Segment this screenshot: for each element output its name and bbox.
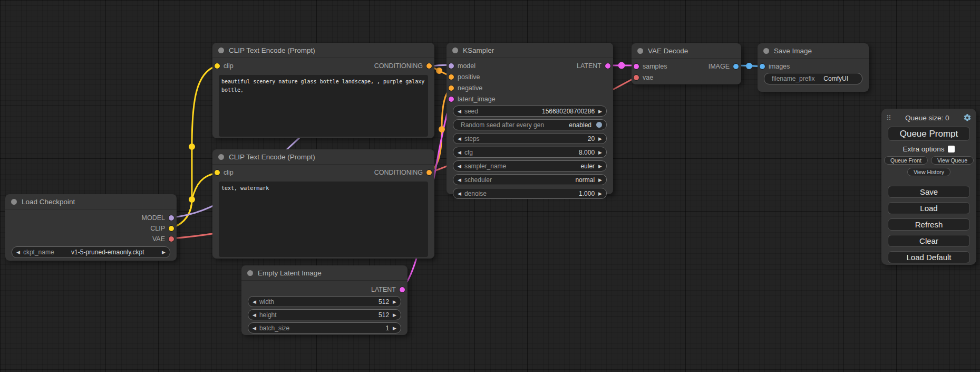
input-slot-clip[interactable]: clip (215, 169, 234, 176)
input-slot-samples[interactable]: samples (634, 63, 667, 70)
filename-prefix-widget[interactable]: filename_prefix ComfyUI (764, 73, 862, 84)
node-vae-titlebar[interactable]: VAE Decode (632, 43, 741, 59)
input-slot-images[interactable]: images (760, 63, 790, 70)
drag-handle-icon[interactable]: ⠿ (886, 114, 891, 122)
increment-arrow-icon[interactable]: ▶ (598, 191, 602, 196)
ckpt-name-widget[interactable]: ◀ ckpt_name v1-5-pruned-emaonly.ckpt ▶ (12, 246, 170, 258)
image-port-dot[interactable] (760, 64, 765, 69)
increment-arrow-icon[interactable]: ▶ (393, 299, 396, 304)
node-vae-decode[interactable]: VAE Decode samples IMAGE vae (632, 43, 741, 84)
increment-arrow-icon[interactable]: ▶ (598, 136, 602, 141)
vae-port-dot[interactable] (169, 236, 174, 242)
decrement-arrow-icon[interactable]: ◀ (458, 177, 461, 183)
reroute-dot-latent[interactable] (618, 62, 625, 69)
queue-front-button[interactable]: Queue Front (884, 156, 928, 165)
input-slot-latent-image[interactable]: latent_image (449, 96, 496, 103)
increment-arrow-icon[interactable]: ▶ (393, 312, 396, 318)
node-clip2-titlebar[interactable]: CLIP Text Encode (Prompt) (212, 149, 434, 165)
latent-port-dot[interactable] (400, 287, 405, 292)
increment-arrow-icon[interactable]: ▶ (393, 326, 396, 331)
output-slot-clip[interactable]: CLIP (150, 225, 174, 232)
clip-port-dot[interactable] (215, 63, 220, 69)
scheduler-widget[interactable]: ◀ scheduler normal ▶ (453, 174, 607, 185)
node-clip-text-encode-negative[interactable]: CLIP Text Encode (Prompt) clip CONDITION… (212, 149, 434, 259)
node-empty-latent-titlebar[interactable]: Empty Latent Image (241, 265, 407, 281)
input-slot-vae[interactable]: vae (634, 74, 653, 81)
node-ksampler[interactable]: KSampler model LATENT positive negative (447, 43, 613, 194)
output-slot-vae[interactable]: VAE (152, 235, 174, 243)
load-button[interactable]: Load (888, 202, 970, 214)
node-ksampler-titlebar[interactable]: KSampler (447, 43, 613, 58)
clip-port-dot[interactable] (169, 226, 174, 231)
increment-arrow-icon[interactable]: ▶ (598, 109, 602, 114)
node-load-checkpoint[interactable]: Load Checkpoint MODEL CLIP VAE ◀ ckpt_na… (5, 194, 177, 261)
latent-port-dot[interactable] (449, 97, 454, 102)
reroute-dot-clip-lower[interactable] (189, 196, 195, 203)
model-port-dot[interactable] (449, 63, 454, 69)
conditioning-port-dot[interactable] (449, 74, 454, 80)
input-slot-positive[interactable]: positive (449, 73, 480, 81)
node-clip-text-encode-positive[interactable]: CLIP Text Encode (Prompt) clip CONDITION… (212, 43, 434, 138)
seed-widget[interactable]: ◀ seed 156680208700286 ▶ (453, 106, 607, 117)
save-button[interactable]: Save (888, 186, 970, 198)
cfg-widget[interactable]: ◀ cfg 8.000 ▶ (453, 147, 607, 158)
input-slot-negative[interactable]: negative (449, 84, 482, 92)
increment-arrow-icon[interactable]: ▶ (162, 250, 166, 255)
decrement-arrow-icon[interactable]: ◀ (253, 299, 256, 304)
decrement-arrow-icon[interactable]: ◀ (458, 136, 461, 141)
toggle-indicator[interactable] (596, 122, 602, 128)
vae-port-dot[interactable] (634, 75, 639, 80)
denoise-widget[interactable]: ◀ denoise 1.000 ▶ (453, 188, 607, 199)
reroute-dot-conditioning-negative[interactable] (439, 126, 445, 132)
decrement-arrow-icon[interactable]: ◀ (16, 250, 20, 255)
negative-prompt-textarea[interactable]: text, watermark (219, 182, 428, 257)
model-port-dot[interactable] (169, 215, 174, 221)
decrement-arrow-icon[interactable]: ◀ (458, 109, 461, 114)
decrement-arrow-icon[interactable]: ◀ (253, 312, 256, 318)
increment-arrow-icon[interactable]: ▶ (598, 150, 602, 155)
settings-gear-icon[interactable] (963, 113, 972, 122)
increment-arrow-icon[interactable]: ▶ (598, 164, 602, 169)
input-slot-model[interactable]: model (449, 62, 476, 70)
output-slot-conditioning[interactable]: CONDITIONING (374, 169, 432, 176)
output-slot-image[interactable]: IMAGE (709, 63, 739, 70)
batch-size-widget[interactable]: ◀ batch_size 1 ▶ (248, 322, 401, 333)
decrement-arrow-icon[interactable]: ◀ (458, 150, 461, 155)
output-slot-latent[interactable]: LATENT (371, 286, 405, 293)
positive-prompt-textarea[interactable]: beautiful scenery nature glass bottle la… (219, 75, 428, 137)
steps-widget[interactable]: ◀ steps 20 ▶ (453, 133, 607, 144)
latent-port-dot[interactable] (634, 64, 639, 69)
decrement-arrow-icon[interactable]: ◀ (253, 326, 256, 331)
conditioning-port-dot[interactable] (426, 63, 432, 69)
sampler-name-widget[interactable]: ◀ sampler_name euler ▶ (453, 160, 607, 171)
input-slot-clip[interactable]: clip (215, 62, 234, 70)
clear-button[interactable]: Clear (888, 235, 970, 247)
random-seed-toggle-widget[interactable]: Random seed after every gen enabled (453, 119, 607, 130)
reroute-dot-clip-upper[interactable] (189, 144, 195, 150)
output-slot-latent[interactable]: LATENT (577, 62, 610, 70)
decrement-arrow-icon[interactable]: ◀ (458, 164, 461, 169)
refresh-button[interactable]: Refresh (888, 218, 970, 231)
view-history-button[interactable]: View History (907, 168, 950, 176)
extra-options-checkbox[interactable] (948, 146, 955, 152)
load-default-button[interactable]: Load Default (888, 251, 970, 263)
node-clip1-titlebar[interactable]: CLIP Text Encode (Prompt) (212, 43, 434, 58)
clip-port-dot[interactable] (215, 170, 220, 175)
image-port-dot[interactable] (733, 64, 739, 69)
output-slot-model[interactable]: MODEL (142, 214, 174, 222)
height-widget[interactable]: ◀ height 512 ▶ (248, 309, 401, 320)
node-empty-latent-image[interactable]: Empty Latent Image LATENT ◀ width 512 ▶ … (241, 265, 407, 335)
width-widget[interactable]: ◀ width 512 ▶ (248, 296, 401, 307)
decrement-arrow-icon[interactable]: ◀ (458, 191, 461, 196)
conditioning-port-dot[interactable] (426, 170, 432, 175)
latent-port-dot[interactable] (605, 63, 610, 69)
comfyui-canvas[interactable]: { "colors": { "model": "#B39DDB", "clip"… (0, 0, 980, 372)
increment-arrow-icon[interactable]: ▶ (598, 177, 602, 183)
queue-prompt-button[interactable]: Queue Prompt (888, 127, 970, 141)
reroute-dot-image[interactable] (746, 63, 752, 69)
reroute-dot-conditioning-positive[interactable] (436, 68, 442, 74)
node-load-checkpoint-titlebar[interactable]: Load Checkpoint (5, 194, 177, 209)
view-queue-button[interactable]: View Queue (931, 156, 974, 165)
conditioning-port-dot[interactable] (449, 85, 454, 91)
node-save-titlebar[interactable]: Save Image (758, 43, 869, 59)
